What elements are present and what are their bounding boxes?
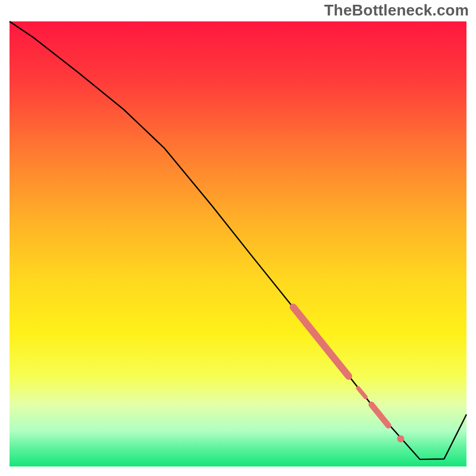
chart-container: TheBottleneck.com (0, 0, 476, 476)
watermark-text: TheBottleneck.com (324, 1, 469, 20)
plot-background (10, 21, 466, 466)
highlight-dot (397, 436, 404, 443)
bottleneck-chart (0, 0, 476, 476)
